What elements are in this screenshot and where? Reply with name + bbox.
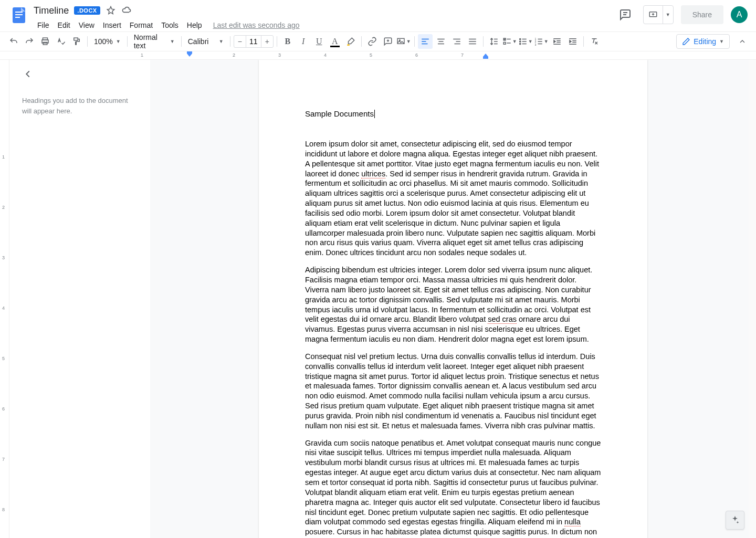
svg-rect-3	[15, 17, 20, 18]
paragraph[interactable]: Adipiscing bibendum est ultricies intege…	[305, 265, 601, 344]
spell-error[interactable]: sed cras	[488, 315, 517, 324]
indent-marker-left[interactable]	[187, 51, 192, 58]
spell-error[interactable]: nulla	[564, 518, 581, 526]
bold-icon[interactable]: B	[280, 34, 295, 49]
chevron-down-icon: ▼	[219, 39, 224, 44]
app-header: Timeline .DOCX File Edit View Insert For…	[0, 0, 756, 31]
ruler-tick: 3	[278, 52, 281, 58]
font-size-control: − +	[234, 35, 274, 48]
present-plus-icon[interactable]	[644, 10, 663, 19]
horizontal-ruler[interactable]: 1 2 3 4 5 6 7	[0, 51, 756, 60]
present-button[interactable]: ▼	[643, 5, 674, 24]
workspace: 1 2 3 4 5 6 7 8 Headings you add to the …	[0, 60, 756, 538]
editing-mode-button[interactable]: Editing ▼	[676, 34, 730, 49]
document-heading[interactable]: Sample Documents	[305, 109, 601, 118]
numbered-list-icon[interactable]: 123▼	[534, 34, 549, 49]
italic-icon[interactable]: I	[296, 34, 311, 49]
font-size-decrease[interactable]: −	[234, 37, 246, 46]
toolbar: 100%▼ Normal text▼ Calibri▼ − + B I U A …	[0, 31, 756, 51]
ruler-tick: 7	[461, 52, 464, 58]
indent-marker-right[interactable]	[483, 54, 488, 59]
menu-insert[interactable]: Insert	[99, 19, 125, 31]
highlight-icon[interactable]	[343, 34, 358, 49]
chevron-down-icon: ▼	[544, 39, 549, 44]
docs-logo[interactable]	[8, 4, 29, 25]
style-value: Normal text	[134, 33, 167, 50]
vruler-tick: 7	[2, 457, 5, 462]
zoom-select[interactable]: 100%▼	[91, 34, 124, 49]
font-select[interactable]: Calibri▼	[185, 34, 227, 49]
font-size-increase[interactable]: +	[261, 37, 273, 46]
last-edit-link[interactable]: Last edit was seconds ago	[213, 21, 300, 29]
align-center-icon[interactable]	[434, 34, 448, 49]
indent-increase-icon[interactable]	[565, 34, 580, 49]
insert-image-icon[interactable]: ▼	[396, 34, 411, 49]
ruler-tick: 1	[141, 52, 143, 58]
header-right: ▼ Share A	[615, 4, 748, 25]
align-left-icon[interactable]	[418, 34, 433, 49]
clear-formatting-icon[interactable]	[587, 34, 602, 49]
ruler-tick: 6	[415, 52, 418, 58]
document-page[interactable]: Sample Documents Lorem ipsum dolor sit a…	[259, 60, 647, 538]
text-color-icon[interactable]: A	[328, 34, 342, 49]
print-icon[interactable]	[38, 34, 52, 49]
paragraph[interactable]: Lorem ipsum dolor sit amet, consectetur …	[305, 139, 601, 258]
underline-icon[interactable]: U	[312, 34, 327, 49]
align-right-icon[interactable]	[449, 34, 464, 49]
spellcheck-icon[interactable]	[54, 34, 68, 49]
link-icon[interactable]	[365, 34, 380, 49]
vruler-tick: 3	[2, 255, 5, 260]
bullet-list-icon[interactable]: ▼	[518, 34, 533, 49]
docx-badge: .DOCX	[74, 6, 100, 15]
paragraph[interactable]: Gravida cum sociis natoque penatibus et.…	[305, 438, 601, 538]
editing-mode-label: Editing	[694, 37, 716, 46]
font-size-input[interactable]	[246, 36, 261, 47]
chevron-down-icon: ▼	[512, 39, 517, 44]
menu-format[interactable]: Format	[126, 19, 156, 31]
indent-decrease-icon[interactable]	[550, 34, 564, 49]
scrollbar[interactable]	[749, 60, 756, 538]
chevron-down-icon: ▼	[406, 39, 411, 44]
vruler-tick: 8	[2, 507, 5, 512]
explore-button[interactable]	[726, 511, 744, 530]
undo-icon[interactable]	[6, 34, 21, 49]
account-avatar[interactable]: A	[731, 6, 748, 23]
collapse-toolbar-icon[interactable]	[735, 34, 750, 49]
chevron-down-icon: ▼	[170, 39, 175, 44]
svg-rect-34	[503, 43, 506, 45]
menu-tools[interactable]: Tools	[158, 19, 182, 31]
line-spacing-icon[interactable]	[487, 34, 501, 49]
svg-point-37	[519, 41, 520, 42]
document-scroll-area[interactable]: Sample Documents Lorem ipsum dolor sit a…	[150, 60, 756, 538]
menu-help[interactable]: Help	[183, 19, 206, 31]
cloud-icon[interactable]	[121, 5, 132, 16]
ruler-tick: 2	[233, 52, 235, 58]
font-value: Calibri	[188, 37, 209, 46]
styles-select[interactable]: Normal text▼	[131, 34, 178, 49]
spell-error[interactable]: ultrices	[361, 170, 385, 178]
vruler-tick: 1	[2, 154, 5, 160]
svg-rect-2	[15, 14, 23, 15]
add-comment-icon[interactable]	[381, 34, 395, 49]
present-dropdown-icon[interactable]: ▼	[663, 6, 673, 24]
comments-icon[interactable]	[615, 4, 636, 25]
star-icon[interactable]	[106, 5, 116, 16]
svg-point-36	[519, 38, 520, 39]
paragraph[interactable]: Consequat nisl vel pretium lectus. Urna …	[305, 352, 601, 431]
paint-format-icon[interactable]	[69, 34, 84, 49]
vruler-tick: 5	[2, 356, 5, 361]
checklist-icon[interactable]: ▼	[502, 34, 517, 49]
document-title[interactable]: Timeline	[34, 5, 69, 16]
outline-panel: Headings you add to the document will ap…	[9, 60, 150, 538]
menu-bar: File Edit View Insert Format Tools Help …	[34, 18, 615, 33]
menu-edit[interactable]: Edit	[54, 19, 74, 31]
chevron-down-icon: ▼	[116, 39, 121, 44]
outline-back-icon[interactable]	[22, 68, 34, 80]
share-button[interactable]: Share	[681, 5, 723, 24]
vertical-ruler[interactable]: 1 2 3 4 5 6 7 8	[0, 60, 9, 538]
chevron-down-icon: ▼	[528, 39, 533, 44]
align-justify-icon[interactable]	[465, 34, 480, 49]
menu-view[interactable]: View	[75, 19, 98, 31]
redo-icon[interactable]	[22, 34, 37, 49]
menu-file[interactable]: File	[34, 19, 53, 31]
